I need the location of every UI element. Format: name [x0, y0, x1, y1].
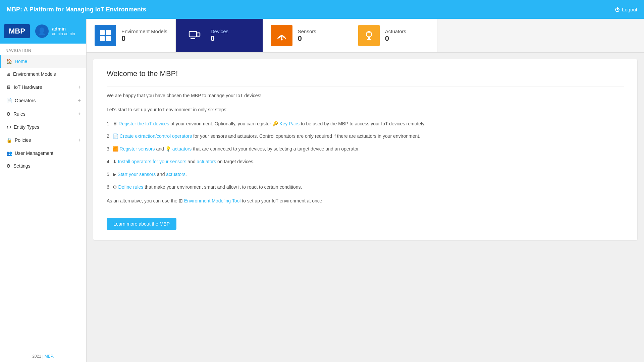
sidebar-item-rules[interactable]: ⚙ Rules + [0, 107, 86, 121]
sidebar-item-home[interactable]: 🏠 Home [0, 55, 86, 68]
app-title: MBP: A Platform for Managing IoT Environ… [7, 6, 146, 13]
sidebar-item-label: Policies [15, 137, 31, 143]
expand-icon[interactable]: + [78, 111, 81, 117]
stat-actuators[interactable]: Actuators 0 [350, 19, 437, 52]
rules-icon: ⚙ [6, 111, 11, 117]
svg-rect-2 [100, 36, 105, 41]
key-pairs-link[interactable]: Key Pairs [279, 121, 300, 126]
sidebar-item-label: Operators [15, 98, 36, 103]
install-operators-link[interactable]: Install operators for your sensors [118, 159, 186, 164]
sidebar-item-environment-models[interactable]: ⊞ Environment Models [0, 68, 86, 80]
entity-types-icon: 🏷 [6, 124, 11, 130]
stats-bar: Environment Models 0 Devices 0 [87, 19, 644, 53]
settings-icon: ⚙ [6, 163, 11, 169]
step-3: 3. 📶 Register sensors and 💡 actuators th… [107, 145, 624, 153]
sidebar-item-label: Home [15, 59, 27, 64]
learn-more-button[interactable]: Learn more about the MBP [107, 218, 176, 230]
register-sensors-link[interactable]: Register sensors [120, 146, 155, 152]
sidebar-item-label: Settings [13, 163, 31, 169]
logout-button[interactable]: ⏻ Logout [615, 7, 637, 12]
sidebar-item-label: User Management [15, 150, 53, 156]
stat-sensors[interactable]: Sensors 0 [263, 19, 350, 52]
app-header: MBP: A Platform for Managing IoT Environ… [0, 0, 644, 19]
nav-section-title: Navigation [0, 44, 86, 55]
create-operators-link[interactable]: Create extraction/control operators [120, 133, 192, 139]
stat-label: Actuators [385, 28, 406, 34]
actuators-link-3[interactable]: actuators [172, 146, 192, 152]
policies-icon: 🔒 [6, 137, 12, 143]
footer-link[interactable]: MBP. [45, 354, 54, 359]
sidebar-item-entity-types[interactable]: 🏷 Entity Types [0, 121, 86, 133]
logo-text: MBP [9, 27, 25, 35]
sensors-stat-icon [271, 25, 292, 46]
footer: 2021 | MBP. [0, 351, 86, 362]
sidebar-item-label: Rules [13, 111, 25, 117]
svg-rect-1 [106, 30, 111, 35]
sidebar-item-user-management[interactable]: 👥 User Management [0, 147, 86, 160]
operators-icon: 📄 [6, 98, 12, 103]
home-icon: 🏠 [6, 59, 12, 64]
svg-rect-0 [100, 30, 105, 35]
sidebar-item-policies[interactable]: 🔒 Policies + [0, 133, 86, 147]
sidebar-item-label: Entity Types [14, 124, 39, 130]
sidebar-item-iot-hardware[interactable]: 🖥 IoT Hardware + [0, 80, 86, 94]
profile-name: admin [52, 26, 75, 32]
sidebar-item-label: Environment Models [13, 71, 56, 77]
sidebar-item-label: IoT Hardware [14, 84, 42, 90]
svg-rect-10 [367, 39, 371, 40]
stat-value: 0 [121, 34, 167, 43]
expand-icon[interactable]: + [78, 137, 81, 143]
expand-icon[interactable]: + [78, 84, 81, 90]
user-management-icon: 👥 [6, 150, 12, 156]
define-rules-link[interactable]: Define rules [118, 184, 144, 190]
start-sensors-link[interactable]: Start your sensors [118, 172, 156, 177]
actuators-link-5[interactable]: actuators [166, 172, 185, 177]
stat-label: Devices [211, 28, 228, 34]
svg-rect-4 [189, 32, 197, 37]
svg-rect-3 [106, 36, 111, 41]
stat-devices[interactable]: Devices 0 [176, 19, 263, 52]
step-2: 2. 📄 Create extraction/control operators… [107, 132, 624, 140]
intro-text: We are happy that you have chosen the MB… [107, 92, 624, 100]
step-5: 5. ▶ Start your sensors and actuators. [107, 171, 624, 179]
step-6: 6. ⚙ Define rules that make your environ… [107, 183, 624, 191]
welcome-title: Welcome to the MBP! [107, 69, 624, 78]
svg-rect-5 [197, 33, 200, 36]
svg-rect-6 [191, 38, 195, 39]
sidebar: MBP 👤 admin admin admin Navigation 🏠 Hom… [0, 19, 87, 362]
sidebar-item-operators[interactable]: 📄 Operators + [0, 94, 86, 107]
environment-models-icon: ⊞ [6, 71, 10, 77]
stat-label: Sensors [298, 28, 316, 34]
step-4: 4. ⬇ Install operators for your sensors … [107, 158, 624, 166]
sidebar-profile: 👤 admin admin admin [35, 24, 75, 38]
stat-value: 0 [385, 34, 406, 43]
sidebar-item-settings[interactable]: ⚙ Settings [0, 160, 86, 172]
expand-icon[interactable]: + [78, 98, 81, 104]
actuators-link-4[interactable]: actuators [197, 159, 216, 164]
register-devices-link[interactable]: Register the IoT devices [119, 121, 169, 126]
main-content: Environment Models 0 Devices 0 [87, 19, 644, 362]
iot-hardware-icon: 🖥 [6, 84, 11, 90]
stat-value: 0 [298, 34, 316, 43]
devices-stat-icon [184, 25, 205, 46]
actuators-stat-icon [358, 25, 380, 46]
step-1: 1. 🖥 Register the IoT devices of your en… [107, 120, 624, 128]
env-modeling-tool-link[interactable]: Environment Modeling Tool [184, 198, 241, 203]
stat-environment-models[interactable]: Environment Models 0 [87, 19, 176, 52]
svg-point-7 [281, 39, 282, 41]
stat-value: 0 [211, 34, 228, 43]
alternative-text: As an alternative, you can use the ⊞ Env… [107, 197, 624, 205]
avatar: 👤 [35, 24, 49, 38]
welcome-content: Welcome to the MBP! We are happy that yo… [93, 59, 637, 240]
environment-models-stat-icon [95, 25, 116, 46]
steps-intro: Let's start to set up your IoT environme… [107, 106, 624, 114]
profile-fullname: admin admin [52, 32, 75, 36]
power-icon: ⏻ [615, 7, 620, 12]
stat-label: Environment Models [121, 28, 167, 34]
